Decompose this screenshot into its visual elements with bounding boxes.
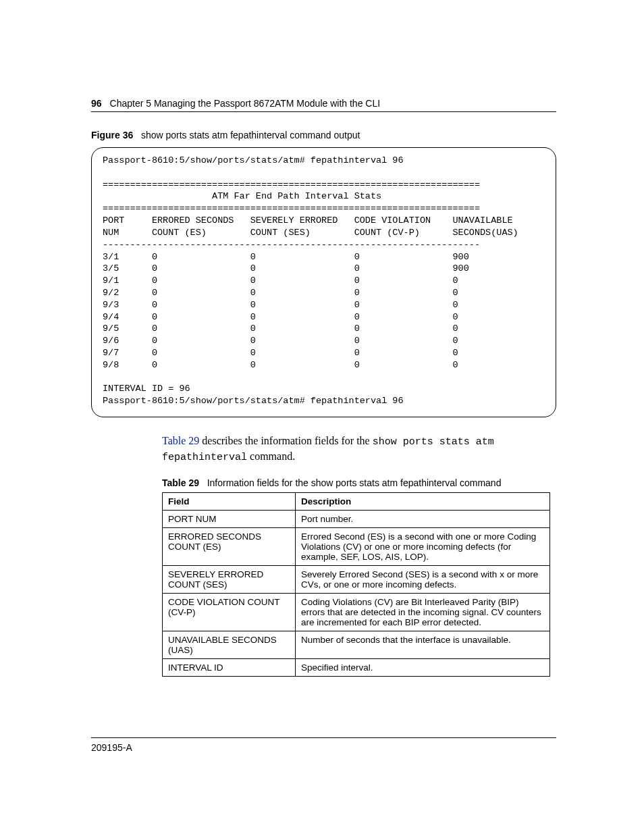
th-description: Description <box>296 492 550 510</box>
chapter-title: Chapter 5 Managing the Passport 8672ATM … <box>110 98 381 109</box>
table-row: CODE VIOLATION COUNT (CV-P)Coding Violat… <box>163 593 550 631</box>
description-cell: Severely Errored Second (SES) is a secon… <box>296 565 550 593</box>
description-cell: Coding Violations (CV) are Bit Interleav… <box>296 593 550 631</box>
page-number: 96 <box>91 98 102 109</box>
th-field: Field <box>163 492 296 510</box>
field-cell: UNAVAILABLE SECONDS (UAS) <box>163 631 296 658</box>
field-cell: PORT NUM <box>163 510 296 527</box>
figure-caption: Figure 36 show ports stats atm fepathint… <box>91 130 556 140</box>
description-cell: Port number. <box>296 510 550 527</box>
field-cell: ERRORED SECONDS COUNT (ES) <box>163 527 296 565</box>
cli-output: Passport-8610:5/show/ports/stats/atm# fe… <box>103 155 545 407</box>
table-row: UNAVAILABLE SECONDS (UAS)Number of secon… <box>163 631 550 658</box>
page: 96 Chapter 5 Managing the Passport 8672A… <box>0 0 644 834</box>
doc-number: 209195-A <box>91 742 132 753</box>
cli-output-box: Passport-8610:5/show/ports/stats/atm# fe… <box>91 147 556 417</box>
table-row: PORT NUMPort number. <box>163 510 550 527</box>
table-title: Information fields for the show ports st… <box>207 477 502 488</box>
table-caption: Table 29 Information fields for the show… <box>162 477 556 488</box>
table-label: Table 29 <box>162 477 199 488</box>
body-paragraph: Table 29 describes the information field… <box>162 434 556 465</box>
figure-title: show ports stats atm fepathinterval comm… <box>141 130 360 140</box>
table-head-row: Field Description <box>163 492 550 510</box>
field-cell: SEVERELY ERRORED COUNT (SES) <box>163 565 296 593</box>
para-text-2: command. <box>247 450 295 462</box>
table-row: ERRORED SECONDS COUNT (ES)Errored Second… <box>163 527 550 565</box>
table-row: SEVERELY ERRORED COUNT (SES)Severely Err… <box>163 565 550 593</box>
description-cell: Number of seconds that the interface is … <box>296 631 550 658</box>
description-cell: Specified interval. <box>296 658 550 676</box>
table-row: INTERVAL IDSpecified interval. <box>163 658 550 676</box>
description-cell: Errored Second (ES) is a second with one… <box>296 527 550 565</box>
info-fields-table: Field Description PORT NUMPort number.ER… <box>162 492 550 677</box>
page-footer: 209195-A <box>91 737 556 753</box>
para-text-1: describes the information fields for the <box>199 435 372 446</box>
table-xref-link[interactable]: Table 29 <box>162 435 199 446</box>
field-cell: CODE VIOLATION COUNT (CV-P) <box>163 593 296 631</box>
running-head: 96 Chapter 5 Managing the Passport 8672A… <box>91 98 556 112</box>
figure-label: Figure 36 <box>91 130 133 140</box>
field-cell: INTERVAL ID <box>163 658 296 676</box>
